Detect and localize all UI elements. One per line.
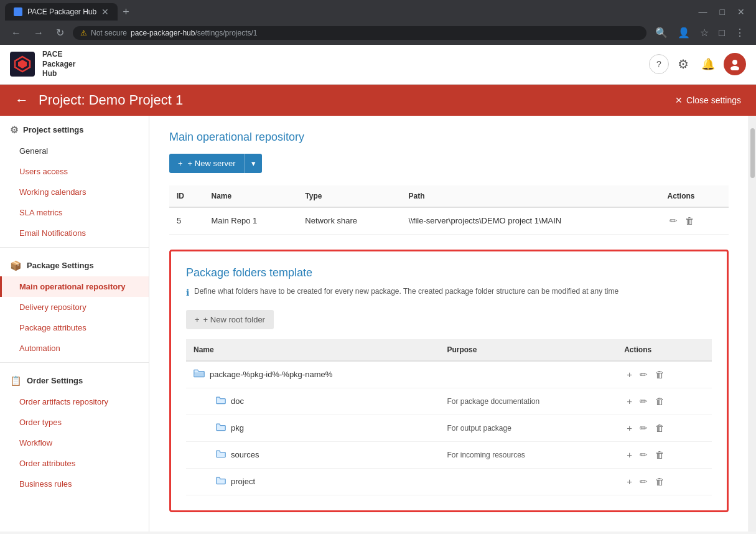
- sources-folder-name-inner: sources: [194, 449, 432, 461]
- row-name: Main Repo 1: [204, 207, 298, 235]
- back-button[interactable]: ←: [7, 25, 25, 41]
- svg-point-2: [732, 60, 737, 65]
- delete-project-folder-button[interactable]: 🗑: [653, 475, 667, 488]
- project-folder-icon: [216, 476, 226, 487]
- sidebar-item-working-calendars[interactable]: Working calendars: [0, 182, 149, 202]
- add-subfolder-project-button[interactable]: +: [624, 475, 635, 488]
- edit-server-button[interactable]: ✏: [667, 214, 680, 228]
- folder-row-root: package-%pkg-id%-%pkg-name% + ✏ 🗑: [186, 361, 712, 388]
- sidebar-item-order-artifacts-repository[interactable]: Order artifacts repository: [0, 391, 149, 412]
- main-repo-heading: Main operational repository: [169, 131, 729, 144]
- app-header-icons: ? ⚙ 🔔: [649, 53, 746, 75]
- profile-nav-button[interactable]: 👤: [674, 24, 694, 41]
- project-settings-section: ⚙ Project settings: [0, 116, 149, 141]
- sidebar-item-order-types[interactable]: Order types: [0, 412, 149, 433]
- tab-close-button[interactable]: ✕: [101, 7, 109, 17]
- add-subfolder-sources-button[interactable]: +: [624, 448, 635, 461]
- doc-folder-purpose: For package documentation: [439, 388, 617, 415]
- browser-tab[interactable]: PACE Packager Hub ✕: [5, 3, 118, 21]
- scrollbar-track[interactable]: [749, 116, 756, 532]
- avatar[interactable]: [724, 53, 746, 75]
- new-tab-button[interactable]: +: [118, 6, 134, 19]
- row-actions: ✏ 🗑: [660, 207, 729, 235]
- edit-root-folder-button[interactable]: ✏: [637, 368, 650, 382]
- sidebar-item-sla-metrics[interactable]: SLA metrics: [0, 202, 149, 223]
- template-info-text: Define what folders have to be created f…: [194, 287, 618, 296]
- new-server-button[interactable]: + + New server ▾: [169, 154, 262, 173]
- search-nav-button[interactable]: 🔍: [651, 24, 671, 41]
- close-settings-button[interactable]: ✕ Close settings: [675, 95, 741, 105]
- forward-button[interactable]: →: [30, 25, 47, 41]
- settings-button[interactable]: ⚙: [674, 53, 693, 75]
- reload-button[interactable]: ↻: [52, 24, 68, 41]
- extensions-nav-button[interactable]: □: [715, 25, 729, 41]
- url-display: pace-packager-hub/settings/projects/1: [131, 29, 257, 37]
- tab-favicon: [14, 7, 22, 16]
- col-actions: Actions: [660, 185, 729, 207]
- folders-table-body: package-%pkg-id%-%pkg-name% + ✏ 🗑: [186, 361, 712, 495]
- add-subfolder-pkg-button[interactable]: +: [624, 421, 635, 434]
- sidebar-item-order-attributes[interactable]: Order attributes: [0, 453, 149, 474]
- dropdown-icon[interactable]: ▾: [245, 154, 262, 173]
- sidebar-item-workflow[interactable]: Workflow: [0, 433, 149, 453]
- order-settings-label: Order Settings: [27, 376, 83, 385]
- pkg-folder-action-buttons: + ✏ 🗑: [624, 421, 704, 435]
- close-settings-label: Close settings: [686, 95, 741, 105]
- root-folder-actions: + ✏ 🗑: [617, 361, 712, 388]
- project-folder-action-buttons: + ✏ 🗑: [624, 475, 704, 489]
- browser-chrome: PACE Packager Hub ✕ + — □ ✕ ← → ↻ ⚠ Not …: [0, 0, 756, 45]
- sidebar-item-general[interactable]: General: [0, 141, 149, 161]
- sidebar-item-automation[interactable]: Automation: [0, 338, 149, 358]
- doc-folder-actions: + ✏ 🗑: [617, 388, 712, 415]
- sidebar-item-users-access[interactable]: Users access: [0, 161, 149, 182]
- minimize-button[interactable]: —: [693, 7, 714, 17]
- delete-server-button[interactable]: 🗑: [683, 214, 697, 227]
- project-settings-icon: ⚙: [10, 124, 18, 136]
- doc-folder-name: doc: [231, 396, 244, 406]
- scrollbar-thumb[interactable]: [750, 128, 755, 178]
- server-table-header: ID Name Type Path Actions: [169, 185, 729, 207]
- info-icon: ℹ: [186, 288, 189, 297]
- folder-row-project: project + ✏ 🗑: [186, 468, 712, 495]
- col-folder-actions: Actions: [617, 339, 712, 361]
- col-name: Name: [204, 185, 298, 207]
- delete-root-folder-button[interactable]: 🗑: [653, 368, 667, 381]
- app-title: PACE Packager Hub: [42, 50, 75, 79]
- delete-pkg-folder-button[interactable]: 🗑: [653, 421, 667, 434]
- add-subfolder-doc-button[interactable]: +: [624, 395, 635, 408]
- sidebar-item-package-attributes[interactable]: Package attributes: [0, 317, 149, 338]
- sidebar-item-email-notifications[interactable]: Email Notifications: [0, 223, 149, 243]
- edit-pkg-folder-button[interactable]: ✏: [637, 421, 650, 435]
- sidebar-item-delivery-repository[interactable]: Delivery repository: [0, 297, 149, 317]
- new-root-folder-button[interactable]: + + New root folder: [186, 310, 274, 329]
- svg-point-3: [730, 66, 739, 70]
- svg-marker-1: [18, 60, 27, 68]
- sidebar-item-business-rules[interactable]: Business rules: [0, 474, 149, 494]
- back-to-project-button[interactable]: ←: [15, 92, 29, 108]
- address-bar[interactable]: ⚠ Not secure pace-packager-hub/settings/…: [73, 26, 646, 40]
- star-nav-button[interactable]: ☆: [696, 24, 712, 41]
- sidebar-item-main-operational-repository[interactable]: Main operational repository: [0, 276, 149, 297]
- edit-doc-folder-button[interactable]: ✏: [637, 395, 650, 408]
- folder-name-cell-root: package-%pkg-id%-%pkg-name%: [186, 361, 439, 388]
- help-button[interactable]: ?: [649, 54, 669, 74]
- sources-folder-action-buttons: + ✏ 🗑: [624, 448, 704, 462]
- pkg-folder-purpose: For output package: [439, 415, 617, 441]
- folder-name-cell-doc: doc: [186, 388, 439, 415]
- url-path: /settings/projects/1: [195, 29, 257, 37]
- close-button[interactable]: ✕: [731, 7, 751, 17]
- maximize-button[interactable]: □: [714, 7, 731, 17]
- project-settings-label: Project settings: [23, 125, 84, 134]
- edit-sources-folder-button[interactable]: ✏: [637, 448, 650, 462]
- notifications-button[interactable]: 🔔: [698, 54, 719, 75]
- project-folder-purpose: [439, 468, 617, 495]
- col-folder-name: Name: [186, 339, 439, 361]
- delete-doc-folder-button[interactable]: 🗑: [653, 395, 667, 408]
- security-warning-icon: ⚠: [80, 29, 87, 37]
- not-secure-label: Not secure: [91, 29, 127, 37]
- menu-nav-button[interactable]: ⋮: [731, 24, 749, 41]
- sources-folder-name: sources: [231, 450, 259, 459]
- edit-project-folder-button[interactable]: ✏: [637, 475, 650, 489]
- add-subfolder-root-button[interactable]: +: [624, 368, 635, 381]
- delete-sources-folder-button[interactable]: 🗑: [653, 448, 667, 461]
